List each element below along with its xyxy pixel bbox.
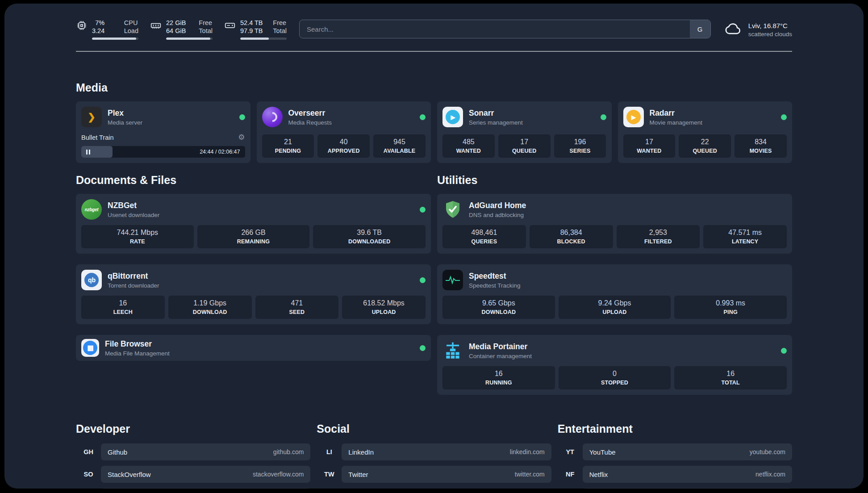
memory-label-bottom: Total bbox=[199, 27, 213, 35]
bookmark-body: Github github.com bbox=[101, 443, 310, 460]
bookmark-linkedin[interactable]: LI LinkedIn linkedin.com bbox=[317, 443, 551, 460]
stat-label: LEECH bbox=[83, 309, 163, 315]
service-stats: 17 WANTED22 QUEUED834 MOVIES bbox=[623, 134, 787, 158]
stat-label: MOVIES bbox=[736, 148, 785, 154]
bookmark-abbr: YT bbox=[558, 443, 583, 460]
service-card-qbittorrent[interactable]: qb qBittorrent Torrent downloader 16 LEE… bbox=[76, 264, 431, 324]
service-header: nzbget NZBGet Usenet downloader bbox=[81, 199, 426, 220]
service-card-overseerr[interactable]: Overseerr Media Requests 21 PENDING40 AP… bbox=[257, 101, 431, 163]
stat-label: UPLOAD bbox=[560, 309, 669, 315]
bookmark-stackoverflow[interactable]: SO StackOverflow stackoverflow.com bbox=[76, 466, 310, 483]
service-header: AdGuard Home DNS and adblocking bbox=[442, 199, 787, 220]
stat-seed: 471 SEED bbox=[255, 296, 339, 319]
bookmark-twitter[interactable]: TW Twitter twitter.com bbox=[317, 466, 551, 483]
pause-icon[interactable] bbox=[86, 150, 90, 155]
bookmark-reddit[interactable]: RE Reddit reddit.com bbox=[558, 488, 792, 489]
stat-value: 39.6 TB bbox=[315, 229, 424, 237]
service-card-nzbget[interactable]: nzbget NZBGet Usenet downloader 744.21 M… bbox=[76, 194, 431, 254]
search-provider-button[interactable]: G bbox=[690, 20, 710, 38]
media-player-widget: Bullet Train ⚙ 24:44 / 02:06:47 bbox=[81, 133, 245, 158]
service-name: Plex bbox=[108, 109, 142, 118]
service-header: qb qBittorrent Torrent downloader bbox=[81, 270, 426, 290]
section-title-utilities: Utilities bbox=[437, 174, 792, 187]
nzbget-icon: nzbget bbox=[81, 199, 102, 220]
bookmark-dev[interactable]: DT DEV dev.to bbox=[76, 488, 310, 489]
bookmark-github[interactable]: GH Github github.com bbox=[76, 443, 310, 460]
status-dot bbox=[420, 207, 426, 213]
service-card-radarr[interactable]: ▶ Radarr Movie management 17 WANTED22 QU… bbox=[618, 101, 793, 163]
service-name: Sonarr bbox=[469, 109, 523, 118]
service-card-plex[interactable]: ❯ Plex Media server Bullet Train ⚙ 24:44… bbox=[76, 101, 250, 163]
bookmark-group-social: SocialLI LinkedIn linkedin.com TW Twitte… bbox=[317, 422, 551, 489]
stat-value: 16 bbox=[83, 299, 163, 307]
stat-queries: 498,461 QUERIES bbox=[442, 225, 526, 248]
bookmark-netflix[interactable]: NF Netflix netflix.com bbox=[558, 466, 792, 483]
sonarr-icon: ▶ bbox=[442, 107, 463, 127]
utilities-cards-column: AdGuard Home DNS and adblocking 498,461 … bbox=[437, 194, 792, 395]
stat-value: 2,953 bbox=[618, 229, 698, 237]
disk-total: 97.9 TB bbox=[240, 27, 263, 35]
disk-icon bbox=[224, 20, 236, 33]
stat-label: WANTED bbox=[444, 148, 493, 154]
cpu-icon bbox=[76, 20, 88, 33]
service-header: ▶ Sonarr Series management bbox=[442, 107, 606, 127]
bookmark-name: Twitter bbox=[348, 471, 368, 478]
stat-label: UPLOAD bbox=[344, 309, 424, 315]
stat-label: RUNNING bbox=[444, 380, 553, 386]
stat-label: TOTAL bbox=[676, 380, 785, 386]
stat-value: 498,461 bbox=[444, 229, 524, 237]
playback-time: 24:44 / 02:06:47 bbox=[200, 149, 240, 155]
radarr-icon: ▶ bbox=[623, 107, 644, 127]
stat-download: 9.65 Gbps DOWNLOAD bbox=[442, 296, 555, 319]
stat-value: 196 bbox=[556, 138, 605, 146]
topbar: 7% 3.24 CPU Load bbox=[76, 19, 792, 40]
stat-stopped: 0 STOPPED bbox=[559, 366, 671, 389]
service-card-speedtest[interactable]: Speedtest Speedtest Tracking 9.65 Gbps D… bbox=[437, 264, 792, 324]
stat-label: DOWNLOAD bbox=[170, 309, 250, 315]
stat-value: 0 bbox=[560, 370, 669, 378]
stat-label: RATE bbox=[83, 238, 192, 245]
stat-value: 17 bbox=[625, 138, 674, 146]
memory-bar-fill bbox=[166, 38, 210, 40]
gear-icon[interactable]: ⚙ bbox=[238, 133, 245, 142]
disk-bar-fill bbox=[240, 38, 269, 40]
search-input[interactable] bbox=[299, 20, 711, 38]
documents-cards-column: nzbget NZBGet Usenet downloader 744.21 M… bbox=[76, 194, 431, 361]
service-subtitle: Usenet downloader bbox=[108, 212, 159, 218]
bookmark-abbr: NF bbox=[558, 466, 583, 483]
bookmark-group-title: Developer bbox=[76, 422, 310, 435]
service-header: Speedtest Speedtest Tracking bbox=[442, 270, 787, 290]
stat-value: 744.21 Mbps bbox=[83, 229, 192, 237]
stat-value: 22 bbox=[680, 138, 729, 146]
bookmark-name: Github bbox=[108, 448, 127, 456]
stat-label: QUEUED bbox=[680, 148, 729, 154]
service-card-media-portainer[interactable]: Media Portainer Container management 16 … bbox=[437, 335, 792, 395]
stat-downloaded: 39.6 TB DOWNLOADED bbox=[313, 225, 426, 248]
stat-value: 40 bbox=[319, 138, 368, 146]
memory-bar bbox=[166, 38, 213, 40]
status-dot bbox=[781, 114, 787, 120]
bookmark-group-entertainment: EntertainmentYT YouTube youtube.com NF N… bbox=[558, 422, 792, 489]
bookmark-body: YouTube youtube.com bbox=[583, 443, 792, 460]
service-card-file-browser[interactable]: ▦ File Browser Media File Management bbox=[76, 335, 431, 361]
service-subtitle: Media Requests bbox=[288, 119, 332, 126]
service-name: Media Portainer bbox=[469, 342, 532, 351]
section-title-documents: Documents & Files bbox=[76, 174, 431, 187]
stat-label: PING bbox=[676, 309, 785, 315]
status-dot bbox=[601, 114, 606, 120]
playback-progress-bar[interactable]: 24:44 / 02:06:47 bbox=[81, 146, 245, 158]
stat-queued: 22 QUEUED bbox=[679, 134, 731, 158]
service-subtitle: Media server bbox=[108, 119, 142, 126]
bookmark-youtube[interactable]: YT YouTube youtube.com bbox=[558, 443, 792, 460]
service-subtitle: Movie management bbox=[650, 119, 703, 126]
service-card-sonarr[interactable]: ▶ Sonarr Series management 485 WANTED17 … bbox=[437, 101, 612, 163]
memory-widget: 22 GiB 64 GiB Free Total bbox=[150, 19, 213, 40]
stat-approved: 40 APPROVED bbox=[317, 134, 370, 158]
disk-free: 52.4 TB bbox=[240, 19, 263, 27]
service-header: ❯ Plex Media server bbox=[81, 107, 245, 127]
bookmark-body: Reddit reddit.com bbox=[583, 488, 792, 489]
service-card-adguard-home[interactable]: AdGuard Home DNS and adblocking 498,461 … bbox=[437, 194, 792, 254]
stat-value: 618.52 Mbps bbox=[344, 299, 424, 307]
stat-label: DOWNLOADED bbox=[315, 238, 424, 245]
stat-download: 1.19 Gbps DOWNLOAD bbox=[168, 296, 252, 319]
